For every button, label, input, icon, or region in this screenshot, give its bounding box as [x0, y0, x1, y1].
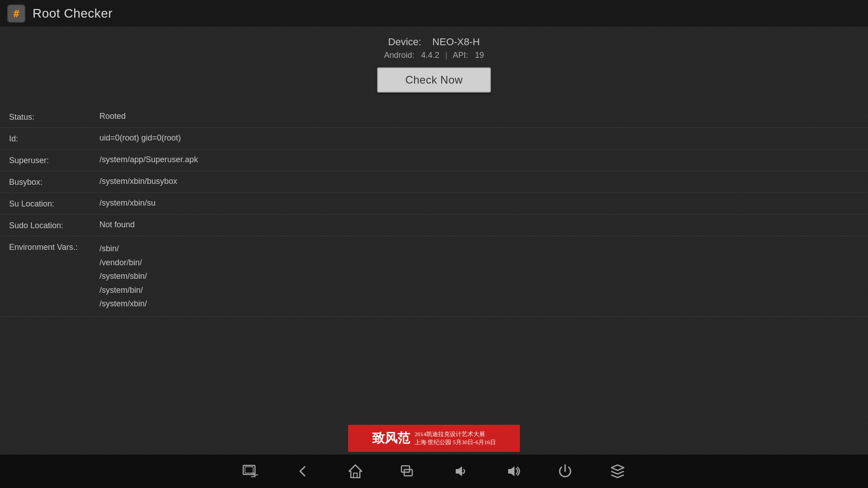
check-now-button[interactable]: Check Now [377, 67, 491, 93]
id-value: uid=0(root) gid=0(root) [99, 133, 859, 143]
app-title: Root Checker [33, 6, 113, 21]
ad-banner[interactable]: 致风范 2014凯迪拉克设计艺术大展 上海·世纪公园 5月30日-6月16日 [348, 425, 520, 452]
su-location-label: Su Location: [9, 198, 99, 209]
android-version: 4.4.2 [421, 51, 439, 60]
busybox-label: Busybox: [9, 177, 99, 187]
power-icon[interactable] [557, 463, 573, 479]
svg-text:#: # [13, 8, 19, 19]
api-version: 19 [475, 51, 484, 60]
info-table: Status: Rooted Id: uid=0(root) gid=0(roo… [0, 106, 868, 317]
svg-marker-10 [456, 466, 462, 476]
sudo-location-label: Sudo Location: [9, 220, 99, 230]
status-row: Status: Rooted [0, 106, 868, 128]
device-name-value: NEO-X8-H [432, 36, 480, 47]
svg-rect-4 [245, 467, 253, 473]
id-label: Id: [9, 133, 99, 144]
app-icon: # [7, 5, 25, 23]
volume-down-icon[interactable] [452, 463, 468, 479]
env-vars-label: Environment Vars.: [9, 242, 99, 252]
svg-rect-7 [354, 473, 357, 478]
busybox-value: /system/xbin/busybox [99, 177, 859, 186]
ad-line2: 上海·世纪公园 5月30日-6月16日 [415, 438, 496, 446]
layers-icon[interactable] [609, 463, 626, 479]
status-value: Rooted [99, 112, 859, 121]
superuser-value: /system/app/Superuser.apk [99, 155, 859, 164]
nav-bar [0, 454, 868, 488]
svg-marker-12 [508, 466, 514, 476]
header-info: Device: NEO-X8-H Android: 4.4.2 | API: 1… [0, 27, 868, 97]
device-label: Device: [388, 36, 421, 47]
sudo-location-row: Sudo Location: Not found [0, 215, 868, 236]
superuser-row: Superuser: /system/app/Superuser.apk [0, 150, 868, 171]
su-location-row: Su Location: /system/xbin/su [0, 193, 868, 215]
android-info: Android: 4.4.2 | API: 19 [0, 51, 868, 60]
env-vars-row: Environment Vars.: /sbin/ /vendor/bin/ /… [0, 236, 868, 317]
ad-line1: 2014凯迪拉克设计艺术大展 [415, 430, 496, 438]
volume-up-icon[interactable] [505, 463, 521, 479]
title-bar: # Root Checker [0, 0, 868, 27]
sudo-location-value: Not found [99, 220, 859, 230]
ad-text-left: 致风范 [372, 430, 410, 447]
back-icon[interactable] [295, 463, 311, 479]
android-label: Android: [384, 51, 415, 60]
recents-icon[interactable] [400, 463, 416, 479]
ad-text-right: 2014凯迪拉克设计艺术大展 上海·世纪公园 5月30日-6月16日 [415, 430, 496, 446]
home-icon[interactable] [347, 463, 363, 479]
status-label: Status: [9, 112, 99, 122]
su-location-value: /system/xbin/su [99, 198, 859, 208]
env-vars-value: /sbin/ /vendor/bin/ /system/sbin/ /syste… [99, 242, 859, 311]
busybox-row: Busybox: /system/xbin/busybox [0, 171, 868, 193]
device-info: Device: NEO-X8-H [0, 36, 868, 48]
id-row: Id: uid=0(root) gid=0(root) [0, 128, 868, 150]
svg-marker-6 [349, 465, 362, 478]
screenshot-icon[interactable] [242, 463, 259, 479]
separator: | [445, 51, 448, 60]
superuser-label: Superuser: [9, 155, 99, 165]
api-label: API: [453, 51, 468, 60]
